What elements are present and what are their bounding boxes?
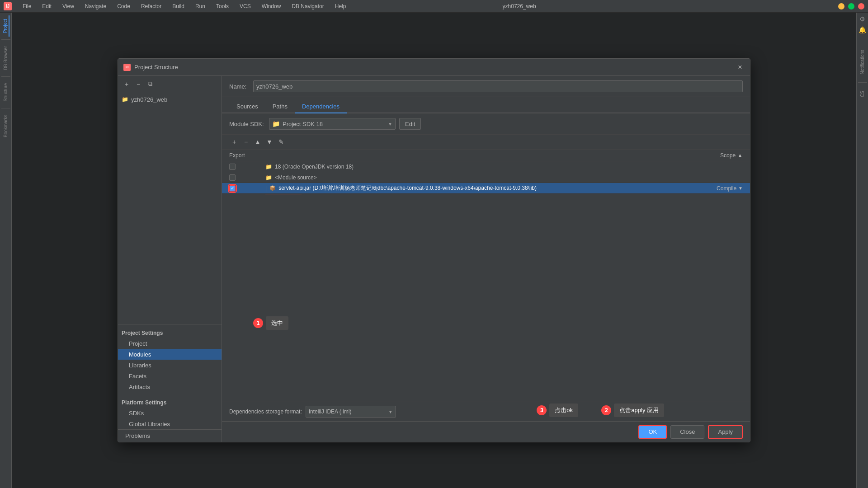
maximize-button[interactable] — [848, 3, 854, 9]
menu-db-navigator[interactable]: DB Navigator — [290, 2, 326, 10]
format-dropdown[interactable]: IntelliJ IDEA (.iml) ▼ — [306, 406, 396, 418]
tree-item-module[interactable]: 📁 yzh0726_web — [118, 94, 222, 105]
copy-module-button[interactable]: ⧉ — [145, 79, 155, 89]
servlet-text: servlet-api.jar (D:\培训\培训杨老师笔记\6jdbc\apa… — [278, 185, 537, 191]
sdks-label: SDKs — [129, 410, 144, 417]
dep-jar-icon: 📦 — [269, 185, 276, 191]
dep-label-module-source: <Module source> — [275, 174, 317, 181]
add-module-button[interactable]: + — [122, 79, 132, 89]
annotation-number-2: 2 — [601, 405, 611, 415]
sidebar-toolbar: + − ⧉ — [118, 76, 222, 92]
notifications-panel-icon[interactable]: Notifications — [859, 46, 866, 78]
annotation-tooltip-1: 1 选中 — [253, 316, 288, 330]
apply-button[interactable]: Apply — [708, 425, 743, 439]
dep-scope-label-servlet: Compile — [717, 185, 736, 192]
ok-button[interactable]: OK — [638, 425, 667, 439]
global-libraries-label: Global Libraries — [129, 421, 170, 427]
add-dep-button[interactable]: + — [229, 137, 239, 147]
dep-row-servlet[interactable]: | 📦 servlet-api.jar (D:\培训\培训杨老师笔记\6jdbc… — [222, 183, 750, 194]
sidebar-item-modules[interactable]: Modules — [118, 349, 222, 360]
dialog-app-icon: IJ — [123, 64, 131, 71]
dep-checkbox-module-source[interactable] — [229, 174, 236, 181]
sidebar-item-global-libraries[interactable]: Global Libraries — [118, 418, 222, 429]
project-label: Project — [129, 340, 147, 347]
module-name: yzh0726_web — [131, 96, 167, 103]
sidebar-item-problems[interactable]: Problems — [118, 430, 222, 442]
annotation-number-3: 3 — [537, 405, 547, 415]
remove-module-button[interactable]: − — [133, 79, 143, 89]
sidebar-item-sdks[interactable]: SDKs — [118, 408, 222, 418]
menu-edit[interactable]: Edit — [40, 2, 53, 10]
libraries-label: Libraries — [129, 362, 151, 369]
db-browser-icon[interactable]: DB Browser — [2, 42, 9, 74]
edit-dep-button[interactable]: ✎ — [276, 137, 286, 147]
module-tree: 📁 yzh0726_web — [118, 92, 222, 324]
move-down-dep-button[interactable]: ▼ — [264, 137, 274, 147]
menu-view[interactable]: View — [61, 2, 76, 10]
annotation-text-1: 选中 — [266, 316, 288, 330]
settings-sections: Project Settings Project Modules Librari… — [118, 324, 222, 429]
sidebar-item-artifacts[interactable]: Artifacts — [118, 381, 222, 392]
sdk-row: Module SDK: 📁 Project SDK 18 ▼ Edit — [222, 113, 750, 135]
dep-row-jdk[interactable]: 📁 18 (Oracle OpenJDK version 18) — [222, 161, 750, 172]
tab-dependencies[interactable]: Dependencies — [295, 100, 347, 113]
dep-row-module-source[interactable]: 📁 <Module source> — [222, 172, 750, 183]
sidebar-item-facets[interactable]: Facets — [118, 371, 222, 381]
move-up-dep-button[interactable]: ▲ — [253, 137, 263, 147]
menu-code[interactable]: Code — [115, 2, 132, 10]
menu-file[interactable]: File — [21, 2, 33, 10]
remove-dep-button[interactable]: − — [241, 137, 251, 147]
tab-paths[interactable]: Paths — [265, 100, 295, 113]
menu-window[interactable]: Window — [260, 2, 283, 10]
name-label: Name: — [229, 83, 250, 90]
sidebar-item-project[interactable]: Project — [118, 338, 222, 349]
app-icon: IJ — [4, 2, 12, 10]
sdk-value: Project SDK 18 — [283, 121, 323, 127]
dep-checkbox-servlet[interactable] — [229, 185, 236, 192]
dep-folder-icon-jdk: 📁 — [265, 164, 272, 170]
dep-check-servlet — [229, 185, 265, 192]
cs-panel-icon[interactable]: CS — [859, 87, 866, 101]
module-name-input[interactable] — [253, 80, 743, 92]
tabs-bar: Sources Paths Dependencies — [222, 97, 750, 113]
menu-help[interactable]: Help — [333, 2, 348, 10]
dep-name-module-source: 📁 <Module source> — [265, 174, 698, 181]
sdk-dropdown[interactable]: 📁 Project SDK 18 ▼ — [269, 118, 396, 130]
menu-bar: IJ File Edit View Navigate Code Refactor… — [0, 0, 868, 13]
annotation-tooltip-3: 3 点击ok — [537, 404, 578, 417]
close-button[interactable]: Close — [670, 425, 704, 439]
dep-checkbox-jdk[interactable] — [229, 164, 236, 170]
deps-header-export: Export — [229, 152, 265, 159]
menu-vcs[interactable]: VCS — [238, 2, 253, 10]
deps-table-header: Export Scope ▲ — [222, 150, 750, 161]
project-settings-header: Project Settings — [118, 326, 222, 338]
dep-check-jdk — [229, 164, 265, 170]
menu-refactor[interactable]: Refactor — [139, 2, 163, 10]
menu-build[interactable]: Build — [170, 2, 186, 10]
module-folder-icon: 📁 — [122, 96, 128, 103]
notifications-icon[interactable]: 🔔 — [859, 26, 866, 33]
bookmarks-icon[interactable]: Bookmarks — [2, 111, 9, 141]
menu-navigate[interactable]: Navigate — [83, 2, 108, 10]
structure-icon[interactable]: Structure — [2, 80, 9, 105]
dep-scope-servlet[interactable]: Compile ▼ — [698, 185, 743, 192]
dep-name-jdk: 📁 18 (Oracle OpenJDK version 18) — [265, 164, 698, 170]
scope-label: Scope — [720, 152, 736, 159]
dep-check-module-source — [229, 174, 265, 181]
dep-label-servlet: servlet-api.jar (D:\培训\培训杨老师笔记\6jdbc\apa… — [278, 184, 537, 192]
format-value: IntelliJ IDEA (.iml) — [309, 408, 352, 415]
project-panel-icon[interactable]: Project — [2, 15, 9, 37]
dep-scope-arrow-icon: ▼ — [738, 186, 743, 191]
menu-run[interactable]: Run — [193, 2, 207, 10]
deps-header-scope[interactable]: Scope ▲ — [698, 152, 743, 159]
annotation-tooltip-2: 2 点击apply 应用 — [601, 404, 664, 417]
dialog-close-button[interactable]: × — [736, 63, 745, 72]
minimize-button[interactable] — [838, 3, 844, 9]
project-structure-sidebar: + − ⧉ 📁 yzh0726_web Project Settings — [118, 76, 222, 442]
menu-tools[interactable]: Tools — [214, 2, 231, 10]
sidebar-item-libraries[interactable]: Libraries — [118, 360, 222, 371]
tab-sources[interactable]: Sources — [229, 100, 265, 113]
settings-icon[interactable]: ⚙ — [859, 15, 865, 23]
close-window-button[interactable] — [858, 3, 864, 9]
sdk-edit-button[interactable]: Edit — [399, 118, 421, 130]
